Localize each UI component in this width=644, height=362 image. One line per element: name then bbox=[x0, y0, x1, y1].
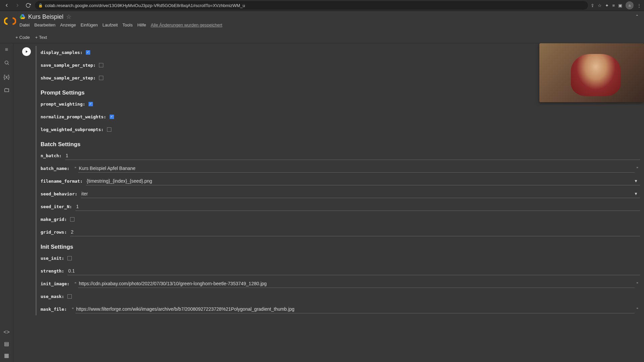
input-strength[interactable] bbox=[67, 267, 640, 275]
menu-bar: Datei Bearbeiten Anzeige Einfügen Laufze… bbox=[19, 22, 222, 27]
add-text-button[interactable]: +Text bbox=[35, 35, 47, 40]
snippets-icon[interactable]: <> bbox=[3, 329, 10, 335]
colab-logo[interactable] bbox=[4, 15, 16, 27]
checkbox-prompt-weighting[interactable] bbox=[89, 102, 93, 106]
quote-close: " bbox=[635, 166, 640, 171]
toc-icon[interactable]: ≡ bbox=[3, 47, 10, 53]
chevron-down-icon[interactable]: ▼ bbox=[632, 191, 640, 196]
reload-button[interactable] bbox=[24, 1, 32, 9]
add-code-button[interactable]: +Code bbox=[15, 35, 30, 40]
checkbox-display-samples[interactable] bbox=[86, 50, 90, 55]
star-icon[interactable]: ☆ bbox=[66, 13, 71, 20]
menu-tools[interactable]: Tools bbox=[122, 22, 132, 27]
input-batch-name[interactable] bbox=[78, 164, 635, 173]
svg-point-0 bbox=[5, 61, 8, 64]
label-make-grid: make_grid: bbox=[41, 217, 67, 222]
label-log-weighted-subprompts: log_weighted_subprompts: bbox=[41, 127, 104, 132]
input-n-batch[interactable] bbox=[65, 152, 640, 160]
variables-icon[interactable]: {x} bbox=[3, 74, 10, 80]
label-display-samples: display_samples: bbox=[41, 50, 83, 55]
label-mask-file: mask_file: bbox=[41, 307, 67, 312]
quote-open: " bbox=[73, 166, 78, 171]
collapse-header-icon[interactable]: ˆ bbox=[636, 14, 638, 20]
label-batch-name: batch_name: bbox=[41, 166, 69, 171]
browser-menu-icon[interactable]: ⋮ bbox=[637, 3, 641, 8]
checkbox-log-weighted-subprompts[interactable] bbox=[107, 127, 111, 132]
checkbox-use-init[interactable] bbox=[67, 256, 72, 260]
label-grid-rows: grid_rows: bbox=[41, 230, 67, 235]
label-prompt-weighting: prompt_weighting: bbox=[41, 102, 85, 107]
chevron-down-icon[interactable]: ▼ bbox=[632, 179, 640, 183]
input-mask-file[interactable] bbox=[75, 305, 635, 313]
terminal-icon[interactable]: ▤ bbox=[3, 341, 10, 347]
plus-icon: + bbox=[15, 35, 18, 40]
left-rail: ≡ {x} <> ▤ ▦ bbox=[0, 43, 13, 362]
forward-button[interactable] bbox=[13, 1, 21, 9]
readinglist-icon[interactable]: ≡ bbox=[612, 3, 615, 8]
quote-close: " bbox=[635, 281, 640, 286]
extensions-icon[interactable]: ✦ bbox=[605, 3, 609, 8]
quote-close: " bbox=[635, 307, 640, 312]
label-show-sample-per-step: show_sample_per_step: bbox=[41, 75, 96, 80]
browser-actions: ⇪ ☆ ✦ ≡ ▣ a ⋮ bbox=[591, 1, 641, 9]
quote-open: " bbox=[73, 281, 78, 286]
label-n-batch: n_batch: bbox=[41, 153, 62, 158]
save-status[interactable]: Alle Änderungen wurden gespeichert bbox=[151, 22, 222, 27]
input-init-image[interactable] bbox=[78, 280, 635, 288]
label-strength: strength: bbox=[41, 268, 64, 274]
document-title[interactable]: Kurs Beispiel bbox=[28, 13, 63, 20]
bookmark-icon[interactable]: ☆ bbox=[598, 3, 602, 8]
checkbox-normalize-prompt-weights[interactable] bbox=[110, 115, 114, 119]
webcam-overlay bbox=[539, 43, 644, 102]
label-use-mask: use_mask: bbox=[41, 294, 64, 299]
label-filename-format: filename_format: bbox=[41, 179, 83, 184]
label-normalize-prompt-weights: normalize_prompt_weights: bbox=[41, 114, 106, 119]
panel-icon[interactable]: ▣ bbox=[618, 3, 622, 8]
back-button[interactable] bbox=[3, 1, 11, 9]
command-icon[interactable]: ▦ bbox=[3, 352, 10, 359]
browser-bar: 🔒 colab.research.google.com/drive/13G9KH… bbox=[0, 0, 644, 11]
checkbox-make-grid[interactable] bbox=[70, 217, 74, 222]
select-filename-format[interactable] bbox=[86, 177, 632, 185]
url-bar[interactable]: 🔒 colab.research.google.com/drive/13G9KH… bbox=[35, 1, 588, 10]
label-use-init: use_init: bbox=[41, 256, 64, 261]
menu-hilfe[interactable]: Hilfe bbox=[137, 22, 146, 27]
checkbox-use-mask[interactable] bbox=[67, 294, 72, 299]
url-text: colab.research.google.com/drive/13G9KHyM… bbox=[45, 3, 245, 8]
colab-header: Kurs Beispiel ☆ Datei Bearbeiten Anzeige… bbox=[0, 11, 644, 32]
drive-icon bbox=[19, 14, 25, 20]
run-cell-button[interactable] bbox=[22, 47, 31, 56]
quote-open: " bbox=[70, 307, 75, 312]
input-seed-iter-n[interactable] bbox=[75, 202, 640, 211]
heading-init-settings: Init Settings bbox=[41, 244, 640, 250]
files-icon[interactable] bbox=[3, 87, 10, 94]
heading-batch-settings: Batch Settings bbox=[41, 141, 640, 148]
label-save-sample-per-step: save_sample_per_step: bbox=[41, 63, 96, 68]
input-grid-rows[interactable] bbox=[70, 228, 640, 236]
menu-einfuegen[interactable]: Einfügen bbox=[80, 22, 98, 27]
menu-datei[interactable]: Datei bbox=[19, 22, 30, 27]
svg-line-1 bbox=[8, 64, 9, 65]
select-seed-behavior[interactable] bbox=[81, 190, 632, 198]
notebook-content[interactable]: display_samples: save_sample_per_step: s… bbox=[13, 43, 644, 362]
label-seed-behavior: seed_behavior: bbox=[41, 191, 77, 196]
lock-icon: 🔒 bbox=[38, 3, 43, 8]
label-init-image: init_image: bbox=[41, 281, 69, 286]
menu-laufzeit[interactable]: Laufzeit bbox=[103, 22, 118, 27]
checkbox-save-sample-per-step[interactable] bbox=[99, 63, 103, 67]
label-seed-iter-n: seed_iter_N: bbox=[41, 204, 72, 209]
plus-icon: + bbox=[35, 35, 38, 40]
search-icon[interactable] bbox=[3, 60, 10, 67]
checkbox-show-sample-per-step[interactable] bbox=[99, 76, 103, 80]
share-icon[interactable]: ⇪ bbox=[591, 3, 594, 8]
toolbar: +Code +Text bbox=[0, 32, 644, 43]
profile-avatar[interactable]: a bbox=[626, 1, 634, 9]
menu-anzeige[interactable]: Anzeige bbox=[60, 22, 76, 27]
menu-bearbeiten[interactable]: Bearbeiten bbox=[34, 22, 55, 27]
